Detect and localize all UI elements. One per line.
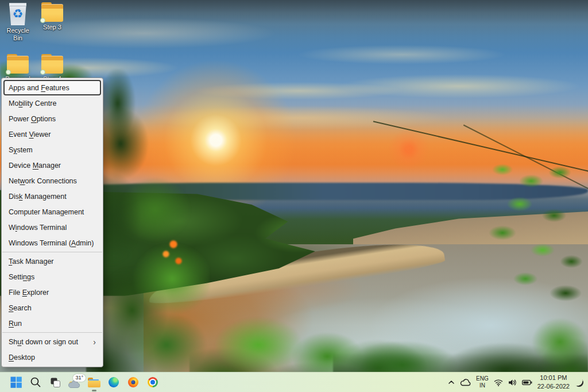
menu-item-system[interactable]: System [3,142,101,157]
volume-button[interactable] [508,379,517,386]
start-button[interactable] [9,375,24,390]
submenu-chevron-icon: › [93,338,96,346]
moon-icon [575,378,583,387]
menu-item-label: Apps and Features [9,84,69,92]
battery-icon [522,379,532,386]
clock-time: 10:01 PM [540,374,567,382]
chevron-up-icon [448,380,455,385]
edge-button[interactable] [106,375,121,390]
running-app-indicator [92,390,96,391]
onedrive-cloud-icon [460,379,471,386]
language-indicator[interactable]: ENG IN [476,375,489,389]
wallpaper-right-foliage [468,147,588,308]
battery-button[interactable] [522,379,532,386]
menu-item-apps-and-features[interactable]: Apps and Features [3,80,101,95]
sync-status-dot [6,70,11,75]
edge-icon [109,377,119,387]
recycle-bin-icon: ♻ [8,2,28,25]
menu-item-label: Windows Terminal [9,224,67,232]
menu-item-windows-terminal-admin[interactable]: Windows Terminal (Admin) [3,235,101,251]
menu-item-power-options[interactable]: Power Options [3,111,101,126]
desktop-icon-grid: ♻Recycle BinStep 3PersonalStep 4 [1,2,69,83]
task-view-button[interactable] [48,375,63,390]
widgets-button[interactable]: 31° [67,375,82,390]
wifi-icon [494,379,503,386]
focus-assist-button[interactable] [575,378,583,387]
weather-temperature-badge: 31° [73,374,86,382]
sync-status-dot [40,70,45,75]
sync-status-dot [40,18,45,23]
search-icon [30,376,41,388]
speaker-icon [508,379,517,386]
menu-item-task-manager[interactable]: Task Manager [3,253,101,269]
chrome-icon [148,377,158,387]
desktop-screen: ♻Recycle BinStep 3PersonalStep 4 Apps an… [0,0,588,392]
wifi-button[interactable] [494,379,503,386]
taskbar-left-group: 31° [0,375,160,390]
menu-separator [2,252,102,252]
menu-item-search[interactable]: Search [3,300,101,316]
clock[interactable]: 10:01 PM 22-06-2022 [537,374,570,391]
menu-item-file-explorer[interactable]: File Explorer [3,285,101,300]
menu-item-label: Event Viewer [9,130,51,139]
menu-item-device-manager[interactable]: Device Manager [3,157,101,173]
menu-item-label: Shut down or sign out [9,338,78,346]
chrome-button[interactable] [145,375,160,390]
language-line1: ENG [476,375,489,382]
menu-item-label: Power Options [9,115,56,123]
clock-date: 22-06-2022 [537,382,570,391]
desktop-icon-label: Recycle Bin [1,27,34,41]
desktop-icon-label: Step 3 [36,24,69,31]
menu-item-desktop[interactable]: Desktop [3,349,101,365]
file-explorer-icon [88,378,100,387]
menu-separator [2,332,102,333]
menu-item-label: Task Manager [9,258,54,266]
folder-icon [40,2,65,22]
windows-logo-icon [10,376,22,388]
menu-item-label: Run [9,320,22,328]
system-tray: ENG IN [448,374,588,391]
menu-item-label: Settings [9,273,34,281]
menu-item-label: Search [9,304,32,312]
menu-item-label: Windows Terminal (Admin) [9,239,94,247]
hidden-icons-button[interactable] [448,380,455,385]
menu-item-label: Desktop [9,353,35,362]
menu-item-computer-management[interactable]: Computer Management [3,204,101,220]
folder-icon [40,54,65,74]
menu-item-shut-down-or-sign-out[interactable]: Shut down or sign out› [3,334,101,349]
menu-item-run[interactable]: Run [3,316,101,331]
menu-item-settings[interactable]: Settings [3,269,101,285]
widgets-weather: 31° [68,376,82,389]
task-view-icon [49,376,61,389]
menu-item-windows-terminal[interactable]: Windows Terminal [3,220,101,235]
desktop-icon-recycle-bin[interactable]: ♻Recycle Bin [1,2,34,41]
file-explorer-button[interactable] [87,375,102,390]
menu-item-label: Computer Management [9,208,84,216]
menu-item-label: Device Manager [9,162,61,170]
firefox-icon [128,377,138,387]
language-line2: IN [479,382,485,389]
menu-item-label: File Explorer [9,289,49,297]
firefox-button[interactable] [126,375,141,390]
desktop-icon-step-3[interactable]: Step 3 [36,2,69,41]
menu-item-label: Disk Management [9,193,67,201]
taskbar: 31° [0,372,588,392]
onedrive-button[interactable] [460,379,471,386]
menu-item-label: System [9,146,33,154]
search-button[interactable] [28,375,43,390]
winx-context-menu: Apps and FeaturesMobility CentrePower Op… [1,78,103,367]
menu-item-label: Mobility Centre [9,99,56,107]
menu-item-disk-management[interactable]: Disk Management [3,189,101,204]
menu-item-mobility-centre[interactable]: Mobility Centre [3,95,101,111]
folder-icon [5,54,30,74]
menu-item-label: Network Connections [9,177,77,185]
menu-item-event-viewer[interactable]: Event Viewer [3,126,101,142]
menu-item-network-connections[interactable]: Network Connections [3,173,101,189]
